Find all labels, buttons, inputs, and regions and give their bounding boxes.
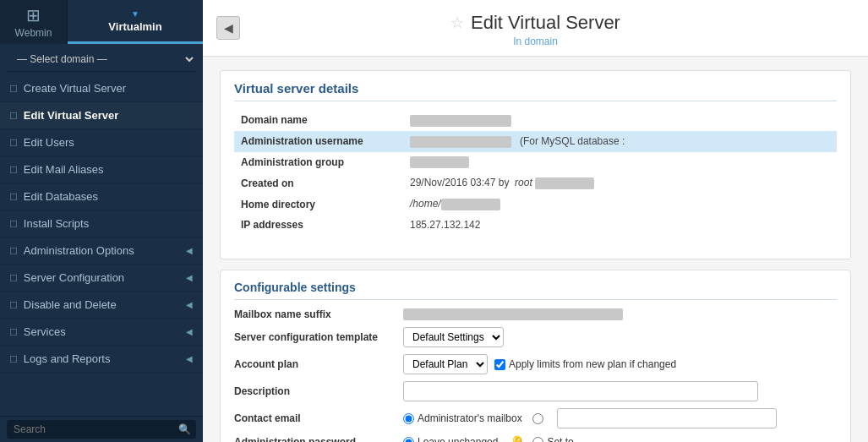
sidebar-item-label: Edit Mail Aliases (24, 163, 104, 176)
sidebar-item-disable-delete[interactable]: □ Disable and Delete ◀ (0, 292, 203, 319)
search-input[interactable] (7, 420, 196, 439)
domain-dropdown[interactable]: — Select domain — (7, 47, 196, 72)
admin-password-label: Administration password (234, 436, 403, 442)
admin-mailbox-radio-label[interactable]: Administrator's mailbox (403, 412, 522, 424)
account-plan-value: Default Plan Apply limits from new plan … (403, 354, 837, 374)
sidebar-virtualmin-button[interactable]: ▼ Virtualmin (68, 0, 203, 44)
server-config-template-row: Server configuration template Default Se… (234, 327, 837, 347)
sidebar-item-edit-databases[interactable]: □ Edit Databases (0, 183, 203, 210)
sidebar-webmin-button[interactable]: ⊞ Webmin (0, 0, 68, 44)
account-plan-select[interactable]: Default Plan (403, 354, 488, 374)
edit-mail-icon: □ (10, 163, 17, 176)
favorite-star-icon[interactable]: ☆ (450, 14, 464, 32)
sidebar-item-label: Edit Users (24, 136, 74, 149)
server-config-template-label: Server configuration template (234, 331, 403, 343)
page-subtitle: In domain (513, 35, 558, 47)
sidebar-item-edit-users[interactable]: □ Edit Users (0, 129, 203, 156)
created-by-extra (535, 177, 594, 189)
set-to-text: Set to .. (547, 436, 581, 442)
sidebar-item-create-virtual-server[interactable]: □ Create Virtual Server (0, 75, 203, 102)
apply-limits-text: Apply limits from new plan if changed (509, 358, 676, 370)
mailbox-suffix-value (403, 308, 837, 320)
admin-mailbox-text: Administrator's mailbox (418, 412, 522, 424)
sidebar-item-services[interactable]: □ Services ◀ (0, 319, 203, 346)
configurable-settings-section: Configurable settings Mailbox name suffi… (220, 270, 851, 442)
account-plan-label: Account plan (234, 358, 403, 370)
set-to-radio[interactable] (532, 437, 543, 442)
custom-email-radio[interactable] (532, 413, 543, 424)
admin-password-radio-group: Leave unchanged 🔑 Set to .. (403, 435, 582, 442)
logs-icon: □ (10, 352, 17, 365)
sidebar-search-row: — Select domain — (0, 44, 203, 75)
description-input[interactable] (403, 381, 758, 401)
page-header: ◀ ☆ Edit Virtual Server In domain (203, 0, 868, 57)
sidebar-item-label: Services (24, 325, 66, 338)
admin-mailbox-radio[interactable] (403, 413, 414, 424)
services-icon: □ (10, 325, 17, 338)
webmin-label: Webmin (15, 27, 52, 39)
virtual-server-details-section: Virtual server details Domain name Admin… (220, 70, 851, 259)
sidebar-item-label: Create Virtual Server (24, 82, 126, 95)
key-icon: 🔑 (508, 435, 522, 442)
server-config-template-value: Default Settings (403, 327, 837, 347)
leave-unchanged-radio[interactable] (403, 437, 414, 442)
mailbox-suffix-input-redacted (403, 308, 623, 320)
sidebar-top-nav: ⊞ Webmin ▼ Virtualmin (0, 0, 203, 44)
sidebar-item-edit-mail-aliases[interactable]: □ Edit Mail Aliases (0, 156, 203, 183)
set-to-radio-label[interactable]: Set to .. (532, 436, 581, 442)
contact-email-value: Administrator's mailbox (403, 408, 837, 428)
table-row: Created on 29/Nov/2016 03:47 by root (234, 172, 837, 194)
table-row: Home directory /home/ (234, 194, 837, 215)
apply-limits-label[interactable]: Apply limits from new plan if changed (494, 358, 676, 370)
apply-limits-checkbox[interactable] (494, 359, 505, 370)
services-arrow-icon: ◀ (186, 327, 193, 336)
create-vs-icon: □ (10, 82, 17, 95)
field-label: Created on (234, 172, 403, 194)
virtualmin-arrow-icon: ▼ (131, 9, 139, 19)
contact-email-radio-group: Administrator's mailbox (403, 408, 777, 428)
sidebar-search-bar: 🔍 (0, 416, 203, 442)
custom-email-radio-label[interactable] (532, 413, 547, 424)
admin-options-icon: □ (10, 244, 17, 257)
field-value: /home/ (403, 194, 837, 215)
sidebar-item-logs-reports[interactable]: □ Logs and Reports ◀ (0, 346, 203, 373)
sidebar-item-server-configuration[interactable]: □ Server Configuration ◀ (0, 265, 203, 292)
leave-unchanged-text: Leave unchanged (418, 436, 498, 442)
back-button[interactable]: ◀ (216, 16, 240, 40)
search-icon: 🔍 (178, 423, 191, 435)
config-section-title: Configurable settings (234, 281, 837, 300)
mysql-note: (For MySQL database : (520, 135, 625, 147)
webmin-icon: ⊞ (26, 5, 41, 25)
server-config-template-select[interactable]: Default Settings (403, 327, 504, 347)
disable-delete-icon: □ (10, 298, 17, 311)
sidebar-item-label: Administration Options (24, 244, 134, 257)
description-row: Description (234, 381, 837, 401)
mailbox-name-suffix-row: Mailbox name suffix (234, 308, 837, 320)
contact-email-input[interactable] (557, 408, 777, 428)
content-area: Virtual server details Domain name Admin… (203, 57, 868, 442)
sidebar-nav: □ Create Virtual Server □ Edit Virtual S… (0, 75, 203, 416)
contact-email-label: Contact email (234, 412, 403, 424)
sidebar-item-install-scripts[interactable]: □ Install Scripts (0, 210, 203, 237)
table-row-admin-username: Administration username (For MySQL datab… (234, 131, 837, 152)
sidebar-item-label: Edit Virtual Server (24, 109, 118, 122)
sidebar-item-label: Server Configuration (24, 271, 124, 284)
virtual-server-details-title: Virtual server details (234, 81, 837, 101)
sidebar-item-edit-virtual-server[interactable]: □ Edit Virtual Server (0, 102, 203, 129)
details-table: Domain name Administration username (For… (234, 110, 837, 235)
account-plan-row: Account plan Default Plan Apply limits f… (234, 354, 837, 374)
contact-email-row: Contact email Administrator's mailbox (234, 408, 837, 428)
field-value: 29/Nov/2016 03:47 by root (403, 172, 837, 194)
leave-unchanged-radio-label[interactable]: Leave unchanged (403, 436, 498, 442)
edit-db-icon: □ (10, 190, 17, 203)
home-dir-value (441, 199, 500, 210)
field-value: (For MySQL database : (403, 131, 837, 152)
description-value (403, 381, 837, 401)
admin-group-value (410, 156, 469, 168)
admin-password-row: Administration password Leave unchanged … (234, 435, 837, 442)
created-by-user: root (515, 177, 532, 188)
table-row: Administration group (234, 152, 837, 173)
field-label: Administration username (234, 131, 403, 152)
sidebar-item-administration-options[interactable]: □ Administration Options ◀ (0, 237, 203, 265)
admin-username-value (410, 136, 511, 148)
